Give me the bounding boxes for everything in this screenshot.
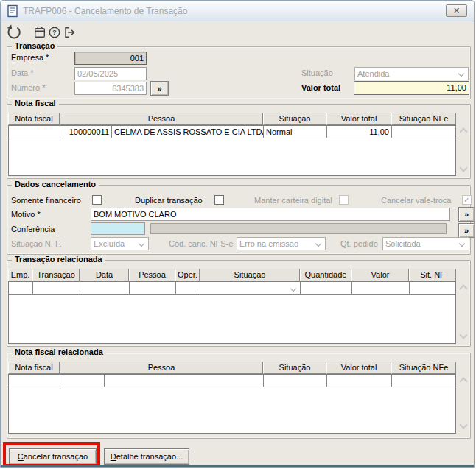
header-cell: Sit. NF: [409, 269, 456, 281]
undo-icon[interactable]: [5, 24, 21, 40]
duplicar-transacao-label: Duplicar transação: [135, 196, 203, 205]
nota-fiscal-relacionada-table: Nota fiscal Pessoa Situação Valor total …: [8, 362, 456, 374]
conferencia-lookup-button[interactable]: »: [458, 223, 475, 238]
group-transacao-title: Transação: [12, 41, 57, 50]
duplicar-transacao-checkbox[interactable]: [214, 195, 224, 205]
conferencia-label: Conferência: [11, 225, 55, 233]
app-window: TRAFP006 - Cancelamento de Transação ✕ ?…: [0, 0, 475, 468]
table-cell[interactable]: [60, 375, 105, 387]
scroll-up-icon[interactable]: [459, 376, 467, 382]
header-cell: Emp.: [8, 269, 32, 281]
header-cell: Transação: [32, 269, 80, 281]
situacao-label: Situação: [301, 68, 333, 77]
header-cell: Situação NFe: [391, 362, 456, 374]
header-cell: Valor: [351, 269, 409, 281]
help-icon[interactable]: ?: [48, 26, 61, 39]
detalhe-transacao-button[interactable]: Detalhe transação...: [104, 448, 189, 465]
close-icon[interactable]: ✕: [446, 4, 467, 17]
conferencia-field[interactable]: [91, 222, 145, 235]
table-cell[interactable]: [264, 375, 327, 387]
table-cell[interactable]: [176, 282, 200, 294]
header-cell: Pessoa: [60, 362, 263, 374]
table-cell[interactable]: [9, 282, 33, 294]
table-cell[interactable]: [352, 282, 410, 294]
calendar-icon[interactable]: [33, 26, 46, 39]
somente-financeiro-label: Somente financeiro: [11, 196, 81, 205]
window-title: TRAFP006 - Cancelamento de Transação: [23, 6, 187, 16]
table-cell[interactable]: [327, 375, 392, 387]
chevron-down-icon: [291, 286, 296, 292]
header-cell: Situação: [263, 362, 326, 374]
cod-canc-label: Cód. canc. NFS-e: [169, 239, 233, 248]
situacao-nf-dropdown[interactable]: Excluída: [91, 237, 149, 250]
group-nota-fiscal-title: Nota fiscal: [12, 99, 59, 107]
manter-carteira-checkbox: [339, 195, 349, 205]
chevron-down-icon: [460, 241, 465, 247]
header-cell: Oper.: [175, 269, 200, 281]
table-cell[interactable]: [80, 282, 130, 294]
table-cell[interactable]: [392, 375, 455, 387]
transacao-relacionada-table: Emp. Transação Data Pessoa Oper. Situaçã…: [8, 269, 456, 281]
header-cell: Quantidade: [300, 269, 351, 281]
scroll-down-icon[interactable]: [459, 421, 467, 427]
table-cell[interactable]: [301, 282, 352, 294]
table-body: 100000011 CELMA DE ASSIS ROSSATO E CIA L…: [8, 125, 456, 176]
table-cell[interactable]: Normal: [264, 126, 327, 138]
somente-financeiro-checkbox[interactable]: [92, 195, 102, 205]
numero-lookup-button[interactable]: »: [150, 81, 169, 96]
table-cell[interactable]: [130, 282, 176, 294]
check-icon: ✓: [463, 196, 469, 204]
numero-label: Número *: [11, 83, 45, 92]
header-cell: Situação: [263, 113, 326, 125]
table-row[interactable]: [9, 375, 455, 387]
table-cell-dropdown[interactable]: [200, 282, 301, 294]
group-nota-fiscal-relacionada-title: Nota fiscal relacionada: [12, 348, 106, 356]
table-cell[interactable]: [392, 126, 455, 138]
nota-fiscal-table: Nota fiscal Pessoa Situação Valor total …: [8, 113, 456, 125]
qt-pedido-dropdown[interactable]: Solicitada: [382, 237, 469, 250]
motivo-lookup-button[interactable]: »: [458, 207, 475, 222]
motivo-label: Motivo *: [11, 210, 41, 219]
window-bottom-edge: [1, 465, 474, 467]
header-cell: Data: [80, 269, 129, 281]
scroll-down-icon[interactable]: [459, 331, 467, 337]
scroll-down-icon[interactable]: [459, 164, 467, 170]
table-cell[interactable]: [9, 126, 60, 138]
header-cell: Pessoa: [129, 269, 175, 281]
valor-total-label: Valor total: [301, 83, 340, 92]
exit-icon[interactable]: [63, 26, 76, 39]
qt-pedido-value: Solicitada: [385, 239, 421, 248]
header-cell: Valor total: [326, 113, 391, 125]
situacao-dropdown[interactable]: Atendida: [354, 67, 469, 80]
table-cell[interactable]: [33, 282, 80, 294]
table-cell[interactable]: [105, 375, 264, 387]
cancelar-vale-troca-label: Cancelar vale-troca: [381, 196, 451, 205]
situacao-nf-value: Excluída: [94, 239, 125, 248]
header-cell: Situação: [200, 269, 300, 281]
document-icon: [7, 4, 19, 18]
table-cell[interactable]: [9, 375, 60, 387]
table-cell[interactable]: 11,00: [327, 126, 392, 138]
scroll-up-icon[interactable]: [459, 127, 467, 133]
cod-canc-dropdown[interactable]: Erro na emissão: [237, 237, 326, 250]
chevron-down-icon: [139, 241, 144, 247]
button-mnemonic: D: [111, 452, 116, 461]
manter-carteira-label: Manter carteira digital: [254, 196, 332, 205]
data-field[interactable]: 02/05/2025: [74, 67, 147, 80]
table-row[interactable]: [9, 282, 455, 295]
table-cell[interactable]: CELMA DE ASSIS ROSSATO E CIA LTDA: [112, 126, 264, 138]
table-header-row: Nota fiscal Pessoa Situação Valor total …: [8, 113, 456, 125]
header-cell: Pessoa: [60, 113, 263, 125]
svg-text:?: ?: [52, 28, 57, 36]
empresa-field: 001: [74, 52, 147, 65]
cancelar-vale-troca-checkbox: ✓: [462, 195, 472, 205]
table-row[interactable]: 100000011 CELMA DE ASSIS ROSSATO E CIA L…: [9, 126, 455, 138]
table-body: [8, 281, 456, 344]
highlight-annotation: [3, 442, 100, 467]
table-cell[interactable]: [410, 282, 455, 294]
table-header-row: Nota fiscal Pessoa Situação Valor total …: [8, 362, 456, 374]
table-cell[interactable]: 100000011: [60, 126, 112, 138]
numero-field[interactable]: 6345383: [74, 82, 147, 95]
scroll-up-icon[interactable]: [459, 283, 467, 289]
motivo-field[interactable]: BOM MOTIVO CLARO: [91, 208, 450, 221]
